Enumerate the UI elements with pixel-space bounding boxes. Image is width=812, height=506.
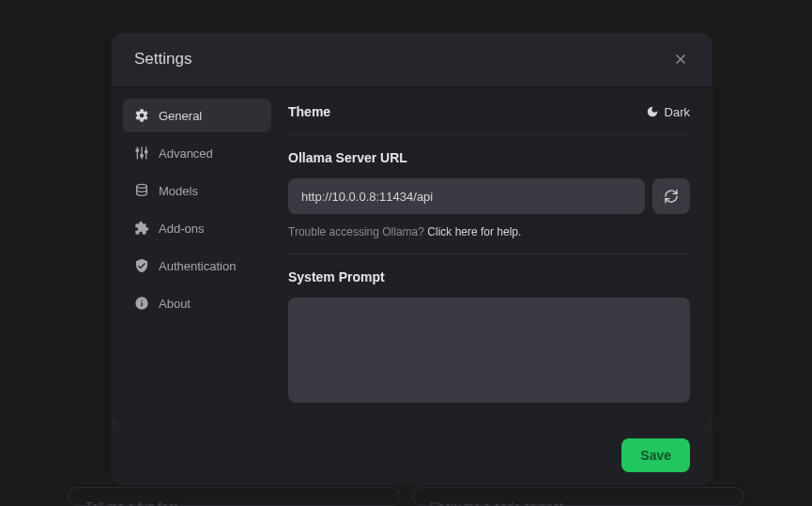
server-url-section: Ollama Server URL Trouble accessing Olla…	[288, 150, 690, 254]
sidebar-item-about[interactable]: About	[123, 286, 271, 320]
server-url-input[interactable]	[288, 178, 645, 214]
system-prompt-section: System Prompt	[288, 269, 690, 406]
sidebar-item-label: Advanced	[159, 146, 213, 161]
shield-check-icon	[134, 258, 149, 273]
sidebar-item-advanced[interactable]: Advanced	[123, 136, 271, 170]
sidebar-item-authentication[interactable]: Authentication	[123, 249, 271, 283]
sidebar-item-label: Add-ons	[159, 222, 204, 236]
refresh-icon	[664, 189, 679, 204]
theme-value-text: Dark	[665, 105, 690, 119]
svg-point-8	[137, 184, 147, 188]
theme-selector[interactable]: Dark	[646, 105, 690, 119]
modal-header: Settings	[112, 33, 712, 86]
settings-sidebar: General Advanced Models Add-ons	[112, 87, 277, 425]
theme-label: Theme	[288, 104, 330, 119]
theme-row: Theme Dark	[288, 104, 690, 135]
sidebar-item-label: General	[159, 109, 202, 123]
svg-point-7	[145, 150, 147, 153]
close-icon	[673, 52, 688, 67]
database-icon	[134, 183, 149, 198]
sidebar-item-addons[interactable]: Add-ons	[123, 211, 271, 245]
puzzle-icon	[134, 221, 149, 236]
sidebar-item-label: Authentication	[159, 259, 236, 273]
suggestion-chip[interactable]: Show me a code snippet	[412, 487, 745, 506]
system-prompt-input[interactable]	[288, 298, 690, 403]
save-button[interactable]: Save	[621, 438, 690, 472]
svg-point-5	[136, 149, 139, 152]
sidebar-item-general[interactable]: General	[123, 99, 271, 132]
svg-point-6	[141, 154, 144, 157]
close-button[interactable]	[671, 50, 690, 69]
sliders-icon	[134, 146, 149, 161]
info-icon	[134, 296, 149, 311]
modal-title: Settings	[134, 50, 192, 69]
modal-footer: Save	[112, 425, 712, 485]
sidebar-item-label: About	[159, 297, 191, 311]
help-link[interactable]: Click here for help.	[427, 225, 521, 238]
modal-body: General Advanced Models Add-ons	[112, 86, 712, 425]
settings-modal: Settings General Advanced	[112, 33, 712, 485]
server-url-label: Ollama Server URL	[288, 150, 690, 165]
sidebar-item-label: Models	[159, 184, 198, 198]
settings-content: Theme Dark Ollama Server URL	[277, 87, 712, 425]
sidebar-item-models[interactable]: Models	[123, 174, 271, 207]
suggestion-chip[interactable]: Tell me a fun fact	[68, 487, 401, 506]
system-prompt-label: System Prompt	[288, 269, 690, 284]
gear-icon	[134, 108, 149, 123]
refresh-button[interactable]	[652, 178, 690, 214]
server-help-text: Trouble accessing Ollama? Click here for…	[288, 225, 690, 238]
moon-icon	[646, 105, 659, 118]
